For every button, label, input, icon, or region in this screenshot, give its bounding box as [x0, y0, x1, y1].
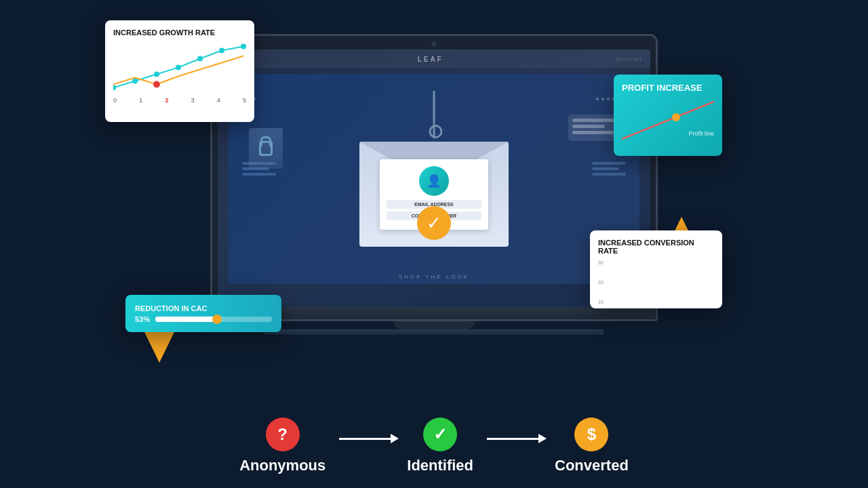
phishing-hook: [433, 91, 435, 138]
label-1: 1: [139, 97, 142, 104]
svg-point-4: [197, 56, 203, 62]
y-label-10: 10: [598, 300, 604, 304]
growth-card-title: INCREASED GROWTH RATE: [113, 28, 246, 37]
svg-point-2: [154, 72, 159, 77]
lock-icon: [259, 141, 273, 156]
conversion-y-axis: 30 20 10: [598, 260, 606, 304]
svg-point-6: [241, 44, 246, 49]
arrow-line-1: [339, 438, 393, 440]
red-highlight-dot: [153, 81, 160, 88]
svg-point-3: [176, 65, 181, 70]
card-profit-increase: PROFIT INCREASE Profit line: [614, 75, 722, 156]
step-badge-identified: ✓: [423, 418, 457, 451]
step-badge-anonymous: ?: [266, 418, 300, 451]
arrow-connector-1: [326, 438, 407, 440]
step-label-identified: Identified: [407, 457, 473, 474]
label-0: 0: [113, 97, 117, 104]
conversion-bar-chart: [610, 264, 624, 305]
arrow-line-2: [487, 438, 541, 440]
cac-fill: [155, 317, 217, 322]
step-label-anonymous: Anonymous: [239, 457, 326, 474]
conversion-card-title: INCREASED CONVERSION RATE: [598, 239, 714, 255]
cac-bar-row: 53%: [135, 315, 272, 323]
arrow-connector-2: [473, 438, 555, 440]
card-cac: REDUCTION IN CAC 53%: [125, 295, 281, 332]
screen-hero: 👤 EMAIL ADDRESS CONTACT NUMBER ✓ SHOP TH…: [229, 74, 639, 284]
growth-chart-svg: [113, 42, 246, 93]
profit-dot: [672, 113, 680, 121]
step-label-converted: Converted: [555, 457, 629, 474]
cac-thumb: [212, 314, 222, 324]
step-anonymous: ? Anonymous: [239, 418, 326, 474]
bottom-steps: ? Anonymous ✓ Identified $ Converted: [0, 418, 868, 474]
profit-card-title: PROFIT INCREASE: [622, 83, 714, 93]
label-3: 3: [191, 97, 195, 104]
envelope-avatar: 👤: [419, 166, 449, 196]
card-growth-rate: INCREASED GROWTH RATE 0 1 2 3 4 5: [105, 20, 254, 122]
arrow-down-icon: [144, 332, 174, 363]
screen-bottom-text: SHOP THE LOOK: [229, 274, 639, 280]
y-label-20: 20: [598, 280, 604, 285]
checkmark-badge: ✓: [417, 206, 451, 240]
wave-lines-right: [592, 162, 626, 176]
step-identified: ✓ Identified: [407, 418, 473, 474]
y-label-30: 30: [598, 260, 604, 265]
screen-navbar: LEAF ACCOUNT: [218, 49, 650, 68]
svg-point-5: [219, 48, 224, 54]
profit-line-label: Profit line: [688, 130, 714, 137]
laptop-screen: LEAF ACCOUNT: [218, 49, 650, 307]
envelope-wrapper: 👤 EMAIL ADDRESS CONTACT NUMBER ✓: [346, 111, 522, 247]
label-2: 2: [165, 97, 168, 104]
card-conversion-rate: INCREASED CONVERSION RATE 30 20 10: [590, 230, 722, 308]
cac-title: REDUCTION IN CAC: [135, 304, 272, 312]
step-converted: $ Converted: [555, 418, 629, 474]
screen-content: 👤 EMAIL ADDRESS CONTACT NUMBER ✓ SHOP TH…: [218, 68, 650, 289]
laptop-foot: [264, 329, 604, 335]
laptop-camera: [431, 41, 437, 47]
screen-brand: LEAF: [418, 56, 443, 63]
svg-point-0: [113, 85, 116, 91]
laptop-stand: [393, 321, 475, 329]
growth-chart-area: 0 1 2 3 4 5: [113, 42, 246, 100]
step-badge-converted: $: [574, 418, 608, 451]
profit-chart: Profit line: [622, 98, 714, 142]
cac-track: [155, 317, 272, 322]
growth-chart-labels: 0 1 2 3 4 5: [113, 97, 246, 104]
cac-percentage: 53%: [135, 315, 150, 323]
wave-lines-left: [242, 162, 276, 176]
label-5: 5: [243, 97, 246, 104]
svg-point-1: [132, 79, 138, 84]
label-4: 4: [217, 97, 220, 104]
